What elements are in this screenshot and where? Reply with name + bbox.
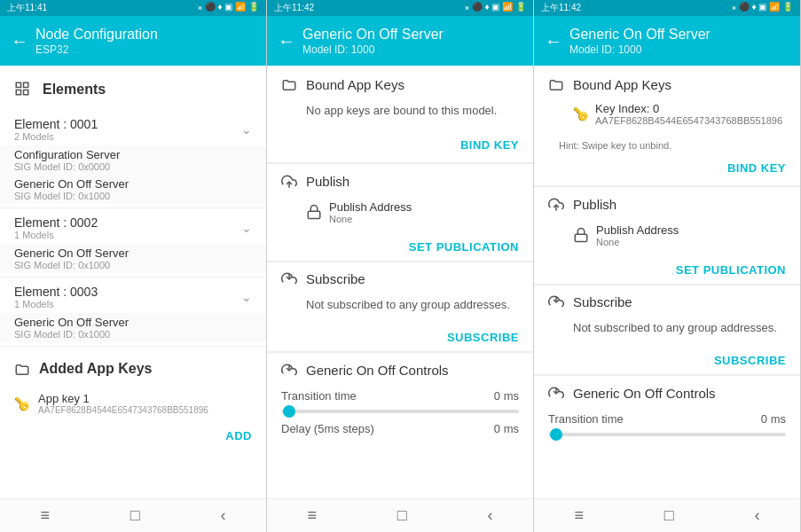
subscribe-button-3[interactable]: SUBSCRIBE	[714, 354, 786, 367]
bind-key-btn-2: BIND KEY	[267, 135, 533, 162]
status-bar-2: 上午11:42 ⁎ ⚫ ♦ ▣ 📶 🔋	[267, 0, 533, 16]
model-generic-0001[interactable]: Generic On Off Server SIG Model ID: 0x10…	[0, 175, 266, 204]
nav-menu-3[interactable]: ≡	[574, 506, 584, 525]
bottom-nav-3: ≡ □ ‹	[534, 498, 800, 532]
back-button-1[interactable]: ←	[11, 31, 28, 51]
nav-menu-1[interactable]: ≡	[40, 506, 50, 525]
model-name-config: Configuration Server	[14, 148, 252, 161]
key-name-1: App key 1	[38, 392, 208, 405]
subscribe-icon-3	[548, 294, 564, 311]
status-bar-3: 上午11:42 ⁎ ⚫ ♦ ▣ 📶 🔋	[534, 0, 800, 16]
nav-home-2[interactable]: □	[397, 506, 407, 525]
nav-home-3[interactable]: □	[664, 506, 674, 525]
publish-section-2: Publish Publish Address None	[267, 163, 533, 237]
element-models-0002: 1 Models	[14, 230, 98, 240]
slider-thumb-transition-3[interactable]	[550, 428, 562, 441]
set-publication-button-3[interactable]: SET PUBLICATION	[676, 263, 786, 277]
publish-address-icon-3	[573, 227, 589, 244]
not-subscribed-2: Not subscribed to any group addresses.	[281, 294, 519, 318]
element-item-0001[interactable]: Element : 0001 2 Models ⌄	[0, 113, 266, 145]
folder-icon	[14, 361, 30, 378]
panel-generic-server-3: 上午11:42 ⁎ ⚫ ♦ ▣ 📶 🔋 ← Generic On Off Ser…	[534, 0, 801, 532]
control-value-delay-2: 0 ms	[494, 422, 519, 435]
panel1-content: Elements Element : 0001 2 Models ⌄ Confi…	[0, 66, 266, 498]
model-name-generic-0002: Generic On Off Server	[14, 246, 252, 260]
set-publication-button-2[interactable]: SET PUBLICATION	[409, 240, 519, 254]
model-id-generic-0001: SIG Model ID: 0x1000	[14, 191, 252, 201]
slider-thumb-transition-2[interactable]	[283, 405, 295, 418]
subscribe-section-2: Subscribe Not subscribed to any group ad…	[267, 262, 533, 328]
header-title-3: Generic On Off Server	[569, 26, 711, 43]
set-publication-btn-2: SET PUBLICATION	[267, 237, 533, 261]
key-icon-3: 🔑	[574, 106, 588, 121]
bind-key-btn-3: BIND KEY	[534, 158, 800, 185]
publish-address-value-3: None	[596, 237, 679, 247]
bottom-nav-2: ≡ □ ‹	[267, 498, 533, 532]
nav-back-3[interactable]: ‹	[755, 506, 760, 525]
nav-menu-2[interactable]: ≡	[307, 506, 317, 525]
add-key-button[interactable]: ADD	[225, 429, 252, 442]
header-subtitle-1: ESP32	[35, 43, 158, 56]
subscribe-button-2[interactable]: SUBSCRIBE	[447, 331, 519, 344]
svg-rect-1	[24, 82, 28, 87]
controls-label-3: Generic On Off Controls	[573, 386, 716, 401]
key-icon-1: 🔑	[15, 395, 29, 411]
elements-header: Elements	[0, 66, 266, 113]
bind-key-button-2[interactable]: BIND KEY	[460, 138, 519, 152]
chevron-0001: ⌄	[241, 122, 252, 137]
key-id-1: AA7EF8628B4544E6547343768BB551896	[38, 405, 208, 415]
control-name-delay-2: Delay (5ms steps)	[281, 422, 374, 435]
status-icons-2: ⁎ ⚫ ♦ ▣ 📶 🔋	[465, 2, 526, 14]
panel2-content: Bound App Keys No app keys are bound to …	[267, 66, 533, 498]
hint-text-3: Hint: Swipe key to unbind.	[534, 137, 800, 158]
svg-rect-9	[575, 235, 587, 242]
element-item-0002[interactable]: Element : 0002 1 Models ⌄	[0, 212, 266, 244]
back-button-3[interactable]: ←	[545, 31, 562, 51]
svg-rect-3	[24, 90, 28, 94]
bind-key-button-3[interactable]: BIND KEY	[727, 161, 786, 175]
publish-label-3: Publish	[573, 197, 616, 212]
control-name-transition-2: Transition time	[281, 389, 357, 403]
nav-back-1[interactable]: ‹	[221, 506, 226, 525]
added-keys-title: Added App Keys	[39, 361, 152, 377]
publish-address-icon-2	[306, 204, 322, 221]
publish-label-2: Publish	[306, 174, 349, 189]
control-row-transition-2: Transition time 0 ms	[281, 387, 519, 404]
publish-icon-2	[281, 173, 297, 190]
model-id-config: SIG Model ID: 0x0000	[14, 161, 252, 172]
controls-section-3: Generic On Off Controls Transition time …	[534, 375, 800, 452]
slider-transition-2[interactable]	[281, 410, 519, 413]
model-name-generic-0003: Generic On Off Server	[14, 316, 252, 329]
header-3: ← Generic On Off Server Model ID: 1000	[534, 16, 800, 66]
publish-icon-3	[548, 196, 564, 213]
bound-keys-section-3: Bound App Keys 🔑 Key Index: 0 AA7EF8628B…	[534, 66, 800, 137]
element-item-0003[interactable]: Element : 0003 1 Models ⌄	[0, 281, 266, 313]
status-icons-1: ⁎ ⚫ ♦ ▣ 📶 🔋	[198, 2, 259, 14]
control-row-delay-2: Delay (5ms steps) 0 ms	[281, 420, 519, 437]
svg-rect-5	[308, 212, 320, 219]
model-id-generic-0002: SIG Model ID: 0x1000	[14, 260, 252, 270]
key-section-icon-2	[281, 76, 297, 93]
publish-address-label-3: Publish Address	[596, 223, 679, 237]
app-key-item-1[interactable]: 🔑 App key 1 AA7EF8628B4544E6547343768BB5…	[0, 385, 266, 422]
divider-3	[0, 346, 266, 347]
nav-back-2[interactable]: ‹	[488, 506, 493, 525]
model-generic-0002[interactable]: Generic On Off Server SIG Model ID: 0x10…	[0, 244, 266, 273]
subscribe-btn-area-3: SUBSCRIBE	[534, 350, 800, 374]
model-generic-0003[interactable]: Generic On Off Server SIG Model ID: 0x10…	[0, 313, 266, 342]
header-title-2: Generic On Off Server	[302, 26, 444, 43]
element-name-0002: Element : 0002	[14, 215, 98, 230]
model-config-server[interactable]: Configuration Server SIG Model ID: 0x000…	[0, 145, 266, 175]
header-2: ← Generic On Off Server Model ID: 1000	[267, 16, 533, 66]
svg-rect-2	[16, 90, 20, 94]
subscribe-section-3: Subscribe Not subscribed to any group ad…	[534, 285, 800, 351]
set-publication-btn-3: SET PUBLICATION	[534, 260, 800, 284]
key-index-value-3: AA7EF8628B4544E6547343768BB551896	[595, 115, 782, 126]
model-name-generic-0001: Generic On Off Server	[14, 177, 252, 191]
back-button-2[interactable]: ←	[278, 31, 295, 51]
panel-node-configuration: 上午11:41 ⁎ ⚫ ♦ ▣ 📶 🔋 ← Node Configuration…	[0, 0, 267, 532]
header-title-1: Node Configuration	[35, 26, 158, 43]
nav-home-1[interactable]: □	[130, 506, 140, 525]
header-1: ← Node Configuration ESP32	[0, 16, 266, 66]
slider-transition-3[interactable]	[548, 433, 786, 436]
